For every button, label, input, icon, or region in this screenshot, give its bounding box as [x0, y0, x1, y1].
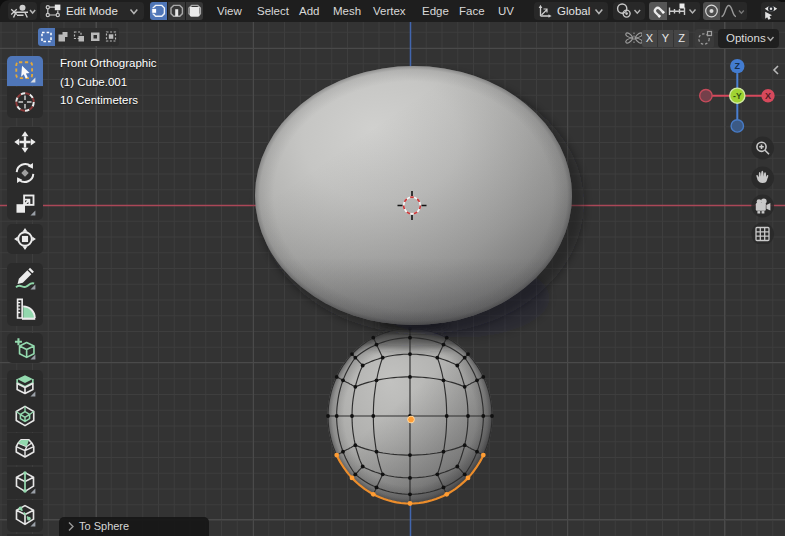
svg-text:X: X — [765, 91, 771, 101]
svg-text:Z: Z — [735, 61, 741, 71]
svg-text:-Y: -Y — [733, 91, 742, 101]
